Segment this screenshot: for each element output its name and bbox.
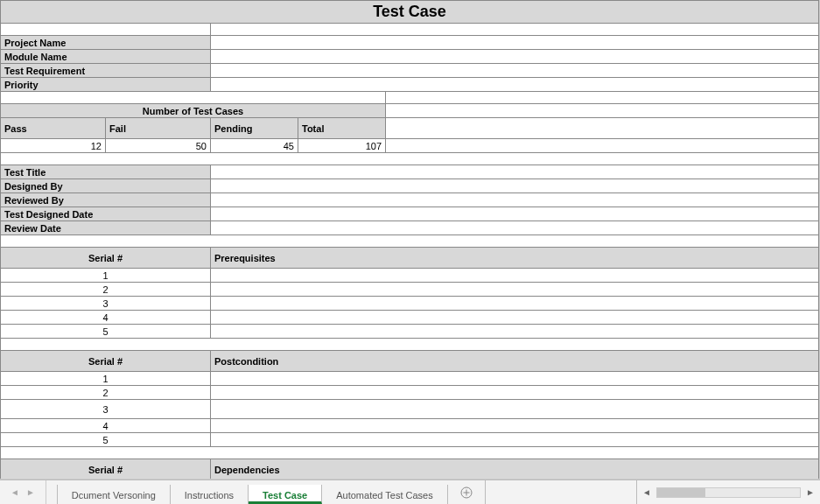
sheet-tab[interactable]: Automated Test Cases (322, 485, 447, 504)
postcond-row-num: 5 (1, 433, 211, 447)
add-sheet-button[interactable] (448, 480, 486, 504)
value-test-title[interactable] (211, 165, 819, 179)
postcondition-header: Postcondition (211, 351, 819, 372)
postcond-row-num: 4 (1, 419, 211, 433)
postcond-row-val[interactable] (211, 400, 819, 419)
label-pass: Pass (1, 118, 106, 139)
value-project-name[interactable] (211, 36, 819, 50)
prereq-row-val[interactable] (211, 297, 819, 311)
label-review-date: Review Date (1, 221, 211, 235)
serial-header-postcond: Serial # (1, 351, 211, 372)
postcond-row-val[interactable] (211, 372, 819, 386)
value-test-requirement[interactable] (211, 64, 819, 78)
label-reviewed-by: Reviewed By (1, 193, 211, 207)
label-fail: Fail (106, 118, 211, 139)
value-pending[interactable]: 45 (211, 139, 298, 153)
tab-nav-next-icon[interactable]: ► (26, 487, 35, 497)
scroll-left-icon[interactable]: ◄ (641, 487, 653, 497)
prereq-row-val[interactable] (211, 325, 819, 339)
prereq-row-val[interactable] (211, 283, 819, 297)
counts-header: Number of Test Cases (1, 104, 386, 118)
value-fail[interactable]: 50 (106, 139, 211, 153)
prereq-row-num: 2 (1, 283, 211, 297)
sheet-tab[interactable]: Dcument Versoning (57, 485, 171, 504)
label-test-requirement: Test Requirement (1, 64, 211, 78)
prereq-row-val[interactable] (211, 269, 819, 283)
prereq-row-val[interactable] (211, 311, 819, 325)
value-reviewed-by[interactable] (211, 193, 819, 207)
value-module-name[interactable] (211, 50, 819, 64)
sheet-tab-bar: ◄ ► Dcument VersoningInstructionsTest Ca… (0, 480, 820, 504)
label-test-title: Test Title (1, 165, 211, 179)
postcond-row-val[interactable] (211, 419, 819, 433)
tab-nav-arrows[interactable]: ◄ ► (0, 480, 46, 504)
horizontal-scrollbar[interactable]: ◄ ► (636, 480, 820, 504)
test-case-table: Test Case Project Name Module Name Test … (0, 0, 819, 480)
value-designed-by[interactable] (211, 179, 819, 193)
scroll-right-icon[interactable]: ► (804, 487, 816, 497)
prerequisites-header: Prerequisites (211, 248, 819, 269)
sheet-tab[interactable]: Instructions (171, 485, 249, 504)
value-test-designed-date[interactable] (211, 207, 819, 221)
value-pass[interactable]: 12 (1, 139, 106, 153)
postcond-row-num: 3 (1, 400, 211, 419)
prereq-row-num: 3 (1, 297, 211, 311)
prereq-row-num: 5 (1, 325, 211, 339)
scroll-track[interactable] (656, 487, 801, 498)
label-module-name: Module Name (1, 50, 211, 64)
tab-nav-prev-icon[interactable]: ◄ (11, 487, 19, 497)
label-project-name: Project Name (1, 36, 211, 50)
prereq-row-num: 4 (1, 311, 211, 325)
serial-header-deps: Serial # (1, 459, 211, 480)
value-review-date[interactable] (211, 221, 819, 235)
plus-circle-icon (460, 486, 473, 499)
postcond-row-num: 1 (1, 372, 211, 386)
serial-header-prereq: Serial # (1, 248, 211, 269)
label-pending: Pending (211, 118, 298, 139)
tabs-strip: Dcument VersoningInstructionsTest CaseAu… (46, 480, 448, 504)
spreadsheet-area[interactable]: Test Case Project Name Module Name Test … (0, 0, 820, 480)
postcond-row-val[interactable] (211, 386, 819, 400)
dependencies-header: Dependencies (211, 459, 819, 480)
label-test-designed-date: Test Designed Date (1, 207, 211, 221)
sheet-title: Test Case (1, 1, 819, 24)
postcond-row-val[interactable] (211, 433, 819, 447)
postcond-row-num: 2 (1, 386, 211, 400)
scroll-thumb[interactable] (657, 488, 705, 497)
sheet-tab[interactable]: Test Case (249, 485, 322, 504)
prereq-row-num: 1 (1, 269, 211, 283)
label-designed-by: Designed By (1, 179, 211, 193)
label-total: Total (298, 118, 386, 139)
value-total[interactable]: 107 (298, 139, 386, 153)
value-priority[interactable] (211, 78, 819, 92)
label-priority: Priority (1, 78, 211, 92)
